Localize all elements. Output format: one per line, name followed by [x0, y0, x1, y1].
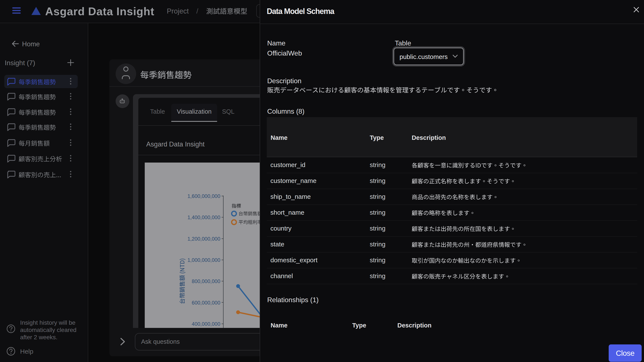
- svg-text:400,000,000: 400,000,000: [192, 321, 220, 327]
- svg-text:1,400,000,000: 1,400,000,000: [188, 215, 220, 220]
- svg-text:1,600,000,000: 1,600,000,000: [188, 193, 220, 199]
- svg-text:600,000,000: 600,000,000: [192, 300, 220, 306]
- svg-text:1,200,000,000: 1,200,000,000: [188, 236, 220, 242]
- svg-text:1,000,000,000: 1,000,000,000: [188, 257, 220, 263]
- svg-text:800,000,000: 800,000,000: [192, 278, 220, 284]
